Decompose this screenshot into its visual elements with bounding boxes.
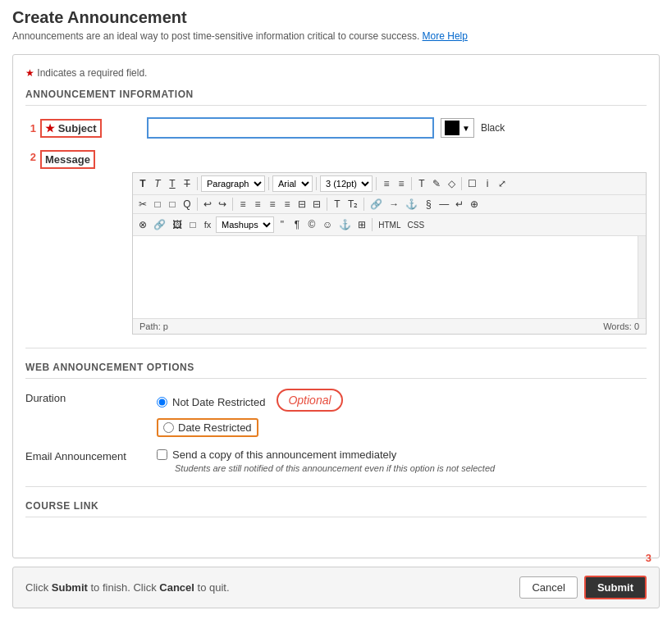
table-button[interactable]: ⊞ bbox=[355, 218, 368, 231]
outdent-button[interactable]: ⊟ bbox=[310, 198, 323, 211]
more-help-link[interactable]: More Help bbox=[423, 30, 468, 42]
date-restricted-radio[interactable] bbox=[163, 422, 174, 433]
sep8 bbox=[232, 198, 233, 211]
search-button[interactable]: Q bbox=[181, 198, 194, 211]
main-card: ★ Indicates a required field. ANNOUNCEME… bbox=[12, 54, 660, 558]
copy-button[interactable]: □ bbox=[151, 198, 164, 211]
mashups-select[interactable]: Mashups bbox=[216, 216, 274, 233]
not-date-restricted-label[interactable]: Not Date Restricted bbox=[172, 396, 265, 408]
blockquote-button[interactable]: " bbox=[276, 218, 289, 231]
page-title: Create Announcement bbox=[12, 8, 660, 27]
insert-symbol-button[interactable]: § bbox=[422, 198, 435, 211]
email-note: Students are still notified of this anno… bbox=[175, 463, 495, 473]
email-row: Email Announcement Send a copy of this a… bbox=[25, 449, 647, 473]
subject-required-star: ★ bbox=[45, 122, 55, 134]
cut-button[interactable]: ✂ bbox=[136, 198, 149, 211]
web-options-header: WEB ANNOUNCEMENT OPTIONS bbox=[25, 362, 647, 379]
paste-button[interactable]: □ bbox=[166, 198, 179, 211]
formula-button[interactable]: fx bbox=[201, 219, 214, 230]
subscript-button[interactable]: T₂ bbox=[345, 198, 360, 211]
more-button[interactable]: ⊕ bbox=[468, 198, 481, 211]
section-divider-1 bbox=[25, 348, 647, 348]
editor-scrollbar[interactable] bbox=[638, 236, 646, 318]
course-link-header: COURSE LINK bbox=[25, 500, 647, 517]
anchor-button[interactable]: ⚓ bbox=[403, 198, 420, 211]
anchor2-button[interactable]: ⚓ bbox=[336, 218, 354, 231]
bottom-bar: Click Submit to finish. Click Cancel to … bbox=[12, 567, 660, 608]
color-picker-button[interactable]: ▼ bbox=[441, 118, 474, 138]
insert-box-button[interactable]: □ bbox=[186, 218, 199, 231]
undo-button[interactable]: ↩ bbox=[201, 198, 214, 211]
date-restricted-highlight: Date Restricted bbox=[157, 418, 258, 437]
toolbar-row-2: ✂ □ □ Q ↩ ↪ ≡ ≡ ≡ ≡ ⊟ ⊟ T T₂ 🔗 → ⚓ bbox=[133, 195, 646, 214]
font-select[interactable]: Arial bbox=[272, 175, 313, 192]
size-select[interactable]: 3 (12pt) bbox=[320, 175, 373, 192]
editor-path: Path: p bbox=[139, 321, 168, 331]
not-date-restricted-radio[interactable] bbox=[157, 397, 167, 408]
insert-info-button[interactable]: i bbox=[481, 177, 494, 190]
sep4 bbox=[376, 177, 377, 190]
message-label: Message bbox=[40, 150, 147, 169]
br-button[interactable]: ↵ bbox=[453, 198, 466, 211]
hr-button[interactable]: — bbox=[437, 198, 451, 211]
paragraph-button[interactable]: ¶ bbox=[290, 218, 304, 231]
date-restricted-label[interactable]: Date Restricted bbox=[178, 421, 252, 434]
bottom-bar-text: Click Submit to finish. Click Cancel to … bbox=[25, 581, 230, 594]
announcement-section-header: ANNOUNCEMENT INFORMATION bbox=[25, 89, 647, 106]
align-right-button[interactable]: ≡ bbox=[266, 198, 279, 211]
message-row: 2 Message bbox=[25, 145, 647, 169]
bottom-buttons: Cancel Submit bbox=[519, 576, 647, 599]
rich-text-editor[interactable]: T T T T Paragraph Arial 3 (12pt) ≡ ≡ bbox=[132, 172, 647, 335]
sep10 bbox=[363, 198, 364, 211]
css-button[interactable]: CSS bbox=[405, 220, 427, 230]
required-star-icon: ★ bbox=[25, 67, 34, 79]
email-checkbox-label[interactable]: Send a copy of this announcement immedia… bbox=[172, 449, 396, 461]
email-checkbox[interactable] bbox=[157, 449, 167, 460]
superscript-button[interactable]: T bbox=[331, 198, 344, 211]
duration-radio-group: Not Date Restricted Optional Date Restri… bbox=[157, 390, 343, 437]
text-color-button[interactable]: T bbox=[415, 177, 428, 190]
color-label: Black bbox=[481, 122, 505, 134]
required-note: ★ Indicates a required field. bbox=[25, 67, 647, 79]
remove-format-button[interactable]: ⊗ bbox=[136, 218, 149, 231]
toolbar-row-3: ⊗ 🔗 🖼 □ fx Mashups " ¶ © ☺ ⚓ ⊞ HTML CSS bbox=[133, 214, 646, 236]
unlink-button[interactable]: → bbox=[386, 198, 401, 211]
copyright-button[interactable]: © bbox=[305, 218, 318, 231]
sep7 bbox=[197, 198, 198, 211]
indent-button[interactable]: ⊟ bbox=[295, 198, 309, 211]
submit-button[interactable]: Submit bbox=[584, 576, 647, 599]
step-1-number: 1 bbox=[25, 122, 40, 134]
italic-button[interactable]: T bbox=[151, 177, 164, 190]
optional-bubble: Optional bbox=[277, 389, 342, 412]
subject-label-box: ★ Subject bbox=[40, 119, 102, 138]
course-link-content bbox=[25, 529, 647, 545]
sep3 bbox=[316, 177, 317, 190]
ordered-list-button[interactable]: ≡ bbox=[395, 177, 408, 190]
insert-image-button[interactable]: 🖼 bbox=[170, 218, 185, 231]
insert-link-button[interactable]: 🔗 bbox=[151, 218, 168, 231]
align-justify-button[interactable]: ≡ bbox=[281, 198, 294, 211]
subject-input[interactable] bbox=[147, 117, 434, 139]
strikethrough-button[interactable]: T bbox=[181, 177, 194, 190]
email-checkbox-row: Send a copy of this announcement immedia… bbox=[157, 449, 495, 461]
paragraph-select[interactable]: Paragraph bbox=[201, 175, 265, 192]
align-center-button[interactable]: ≡ bbox=[251, 198, 264, 211]
email-options: Send a copy of this announcement immedia… bbox=[157, 449, 495, 473]
redo-button[interactable]: ↪ bbox=[216, 198, 229, 211]
bottom-bar-wrapper: 3 Click Submit to finish. Click Cancel t… bbox=[12, 567, 660, 608]
html-button[interactable]: HTML bbox=[376, 220, 403, 230]
align-left-button[interactable]: ≡ bbox=[236, 198, 249, 211]
editor-body[interactable] bbox=[133, 236, 646, 318]
eraser-button[interactable]: ◇ bbox=[445, 177, 458, 190]
highlight-button[interactable]: ✎ bbox=[430, 177, 443, 190]
fullscreen-button[interactable]: ⤢ bbox=[496, 177, 509, 190]
insert-media-button[interactable]: ☐ bbox=[465, 177, 479, 190]
bold-button[interactable]: T bbox=[136, 177, 149, 190]
link-button[interactable]: 🔗 bbox=[368, 198, 385, 211]
emoji-button[interactable]: ☺ bbox=[320, 218, 335, 231]
duration-row: Duration Not Date Restricted Optional Da… bbox=[25, 390, 647, 437]
cancel-button[interactable]: Cancel bbox=[519, 576, 577, 599]
unordered-list-button[interactable]: ≡ bbox=[380, 177, 393, 190]
sep5 bbox=[411, 177, 412, 190]
underline-button[interactable]: T bbox=[166, 177, 179, 190]
